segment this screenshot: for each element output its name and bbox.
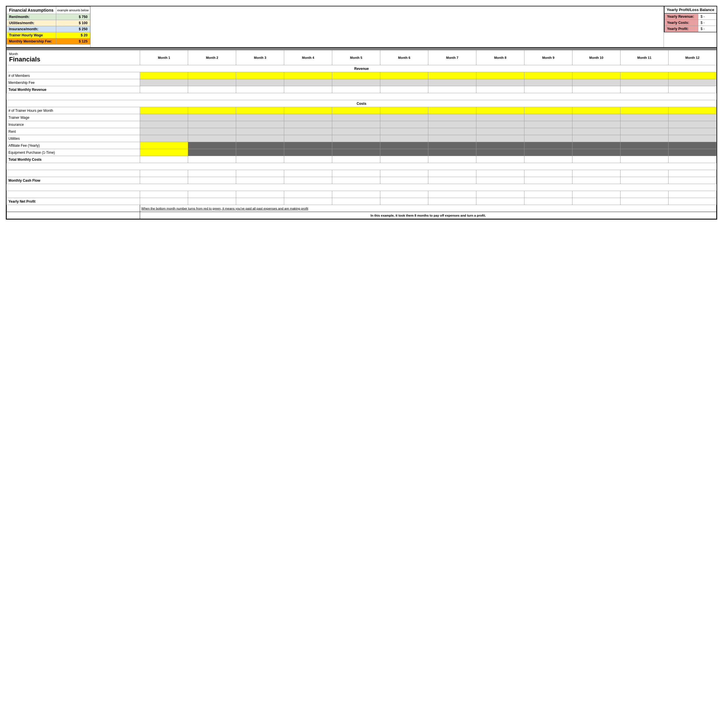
yearly-net-profit-row: Yearly Net Profit bbox=[7, 198, 717, 205]
cspc-m6 bbox=[380, 170, 428, 177]
membership-fee-value[interactable]: $ 125 bbox=[56, 38, 90, 44]
utilities-row-label: Utilities bbox=[7, 135, 140, 142]
rent-label: Rent/month: bbox=[7, 14, 56, 20]
members-m1[interactable] bbox=[140, 72, 188, 79]
yearly-revenue-value[interactable]: $ - bbox=[698, 14, 716, 20]
thours-m8[interactable] bbox=[476, 107, 524, 114]
twage-m5 bbox=[332, 114, 380, 121]
equip-m8 bbox=[476, 149, 524, 156]
util-m5 bbox=[332, 135, 380, 142]
table-row: Trainer Wage bbox=[7, 114, 717, 121]
rent-value[interactable]: $ 750 bbox=[56, 14, 90, 20]
thours-m2[interactable] bbox=[188, 107, 236, 114]
note-1: When the bottom month number turns from … bbox=[140, 205, 717, 212]
twage-m10 bbox=[572, 114, 620, 121]
yearly-profit-value[interactable]: $ - bbox=[698, 26, 716, 32]
thours-m11[interactable] bbox=[620, 107, 668, 114]
members-m8[interactable] bbox=[476, 72, 524, 79]
members-m11[interactable] bbox=[620, 72, 668, 79]
table-row: Utilities bbox=[7, 135, 717, 142]
yearly-costs-value[interactable]: $ - bbox=[698, 20, 716, 26]
ynp-m8 bbox=[476, 198, 524, 205]
ins-m5 bbox=[332, 121, 380, 128]
equipment-purchase-label: Equipment Purchase (1-Time) bbox=[7, 149, 140, 156]
month-9-header: Month 9 bbox=[524, 50, 572, 65]
revenue-section-header: Revenue bbox=[7, 65, 717, 72]
tcost-m7 bbox=[428, 156, 476, 163]
ynp-m5 bbox=[332, 198, 380, 205]
tcost-m3 bbox=[236, 156, 284, 163]
thours-m3[interactable] bbox=[236, 107, 284, 114]
mfee-m4 bbox=[284, 79, 332, 86]
ynps-m9 bbox=[524, 191, 572, 198]
affil-m10 bbox=[572, 142, 620, 149]
members-m5[interactable] bbox=[332, 72, 380, 79]
mfee-m7 bbox=[428, 79, 476, 86]
trev-m5 bbox=[332, 86, 380, 93]
thours-m6[interactable] bbox=[380, 107, 428, 114]
trev-m1 bbox=[140, 86, 188, 93]
members-m6[interactable] bbox=[380, 72, 428, 79]
twage-m2 bbox=[188, 114, 236, 121]
thours-m5[interactable] bbox=[332, 107, 380, 114]
members-m4[interactable] bbox=[284, 72, 332, 79]
mfee-m12 bbox=[668, 79, 716, 86]
insurance-value[interactable]: $ 250 bbox=[56, 26, 90, 32]
equip-m1[interactable] bbox=[140, 149, 188, 156]
month-6-header: Month 6 bbox=[380, 50, 428, 65]
members-m3[interactable] bbox=[236, 72, 284, 79]
thours-m10[interactable] bbox=[572, 107, 620, 114]
table-row: Membership Fee bbox=[7, 79, 717, 86]
tcost-m6 bbox=[380, 156, 428, 163]
ynp-m7 bbox=[428, 198, 476, 205]
ynp-spacer-row bbox=[7, 191, 717, 198]
cspc-m1 bbox=[140, 170, 188, 177]
example-note: example amounts below bbox=[56, 7, 90, 14]
financials-title: Financials bbox=[9, 56, 138, 63]
thours-m9[interactable] bbox=[524, 107, 572, 114]
utilities-label: Utilities/month: bbox=[7, 20, 56, 26]
mcf-m3 bbox=[236, 177, 284, 184]
mcf-m4 bbox=[284, 177, 332, 184]
rent-m1 bbox=[140, 128, 188, 135]
members-m7[interactable] bbox=[428, 72, 476, 79]
ynps-m10 bbox=[572, 191, 620, 198]
equip-m2 bbox=[188, 149, 236, 156]
thours-m1[interactable] bbox=[140, 107, 188, 114]
thours-m12[interactable] bbox=[668, 107, 716, 114]
util-m11 bbox=[620, 135, 668, 142]
mfee-m8 bbox=[476, 79, 524, 86]
month-1-header: Month 1 bbox=[140, 50, 188, 65]
trainer-wage-value[interactable]: $ 20 bbox=[56, 32, 90, 38]
members-m10[interactable] bbox=[572, 72, 620, 79]
table-row: # of Members bbox=[7, 72, 717, 79]
trainer-hours-label: # of Trainer Hours per Month bbox=[7, 107, 140, 114]
costs-section-header: Costs bbox=[7, 100, 717, 107]
trev-m2 bbox=[188, 86, 236, 93]
month-subheading: Month bbox=[9, 52, 138, 56]
utilities-value[interactable]: $ 100 bbox=[56, 20, 90, 26]
mcf-m2 bbox=[188, 177, 236, 184]
rent-m4 bbox=[284, 128, 332, 135]
ynp-m11 bbox=[620, 198, 668, 205]
thours-m4[interactable] bbox=[284, 107, 332, 114]
affil-m5 bbox=[332, 142, 380, 149]
twage-m12 bbox=[668, 114, 716, 121]
month-2-header: Month 2 bbox=[188, 50, 236, 65]
trev-m12 bbox=[668, 86, 716, 93]
rent-m3 bbox=[236, 128, 284, 135]
ynp-m3 bbox=[236, 198, 284, 205]
affil-m7 bbox=[428, 142, 476, 149]
trev-m4 bbox=[284, 86, 332, 93]
mfee-m5 bbox=[332, 79, 380, 86]
affil-m1[interactable] bbox=[140, 142, 188, 149]
members-m9[interactable] bbox=[524, 72, 572, 79]
month-4-header: Month 4 bbox=[284, 50, 332, 65]
thours-m7[interactable] bbox=[428, 107, 476, 114]
mcf-m8 bbox=[476, 177, 524, 184]
equip-m3 bbox=[236, 149, 284, 156]
members-m2[interactable] bbox=[188, 72, 236, 79]
trev-m10 bbox=[572, 86, 620, 93]
mcf-m9 bbox=[524, 177, 572, 184]
members-m12[interactable] bbox=[668, 72, 716, 79]
